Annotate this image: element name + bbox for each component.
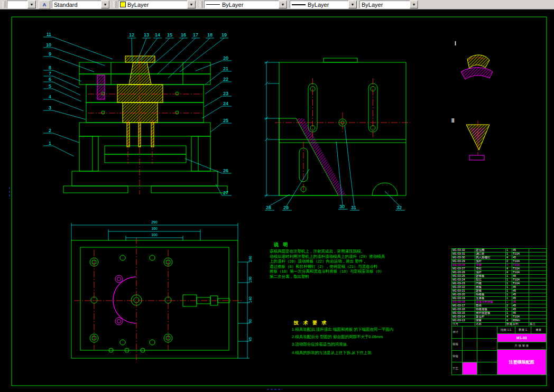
- chevron-down-icon[interactable]: ▼: [279, 1, 287, 8]
- toolbar-grip[interactable]: [3, 1, 5, 8]
- part-note: [529, 260, 547, 263]
- ejector-pin-right: [151, 123, 154, 147]
- parts-list: M1-03-32 定位圈 1 45 M1-03-31 浇口套 1 T10A M1…: [451, 248, 547, 323]
- callout-19: 19: [221, 32, 227, 38]
- weight-label: 重量: [535, 329, 541, 332]
- chevron-down-icon[interactable]: ▼: [101, 1, 109, 8]
- dim-190: 190: [248, 276, 252, 283]
- callout-16: 16: [181, 32, 186, 38]
- part-code: M1-03-22: [452, 286, 475, 289]
- callout-28: 28: [266, 205, 271, 210]
- sheet-info: 共 张 第 张: [497, 342, 546, 349]
- part-code: M1-03-21: [452, 290, 475, 293]
- lineweight-sample-icon: [292, 4, 306, 5]
- plan-inner-plate: [80, 247, 229, 350]
- text-style-icon: A: [43, 2, 47, 7]
- dim-100: 100: [151, 233, 158, 237]
- part-code: M1-03-32: [452, 249, 475, 252]
- part-note: [529, 312, 547, 315]
- notes-block: 说 明 该模具固定在注塑机上，注射完成后，采用液压脱模。 动模后退时利用注塑机上…: [270, 242, 385, 279]
- part-qty: 1: [506, 312, 512, 315]
- callout-3: 3: [49, 105, 51, 110]
- callout-13: 13: [144, 32, 149, 38]
- table-row: M1-03-25 定模板 1 45: [451, 275, 547, 278]
- callout-leaders-side: [265, 126, 405, 210]
- table-row: M1-03-26 顶杆 4 T10A: [451, 271, 547, 275]
- role-label: 校核: [452, 339, 463, 350]
- title-block: 设计 校核 审核 工艺 比例 1:1 数量: [451, 326, 547, 375]
- part-qty: 1: [506, 249, 512, 252]
- part-code: M1-03-31: [452, 253, 475, 256]
- text-style-manager-button[interactable]: A: [39, 1, 50, 9]
- callout-7: 7: [49, 71, 51, 76]
- table-row: M1-03-19 支承板 1 45: [451, 297, 547, 301]
- part-note: [529, 319, 547, 322]
- part-note: [529, 293, 547, 296]
- dim-90: 90: [248, 319, 252, 323]
- part-note: [529, 304, 547, 307]
- color-combo[interactable]: ByLayer ▼: [118, 1, 196, 8]
- parts-table: M1-03-32 定位圈 1 45 M1-03-31 浇口套 1 T10A M1…: [451, 248, 547, 375]
- part-name: 凹模: [475, 282, 506, 285]
- toolbar-grip[interactable]: [200, 1, 202, 8]
- part-name: 动模座板: [475, 308, 506, 311]
- chevron-down-icon[interactable]: ▼: [187, 1, 196, 8]
- part-qty: 2: [506, 304, 512, 307]
- part-code: M1-03-29: [452, 260, 475, 263]
- plotstyle-combo[interactable]: ByLayer ▼: [359, 1, 419, 8]
- part-material: T10A: [512, 267, 529, 270]
- layer-combo[interactable]: ▼: [7, 1, 36, 8]
- part-code: M1-03-27: [452, 267, 475, 270]
- part-material: T10A: [512, 253, 529, 256]
- table-row: M1-03-27 导柱 4 T10A: [451, 267, 547, 271]
- table-row: M1-03-16 动模座板 1 45: [451, 308, 547, 312]
- part-qty: 1: [506, 301, 512, 304]
- callout-30: 30: [339, 204, 345, 209]
- lineweight-combo[interactable]: ByLayer ▼: [290, 1, 357, 8]
- notes-title: 说 明: [273, 242, 290, 247]
- chevron-down-icon[interactable]: ▼: [348, 1, 357, 8]
- detail-1-base: [461, 68, 493, 79]
- chevron-down-icon[interactable]: ▼: [27, 1, 36, 8]
- dim-290: 290: [151, 220, 158, 224]
- part-qty: 1: [506, 278, 512, 282]
- callout-32: 32: [396, 205, 402, 210]
- text-style-combo[interactable]: Standard ▼: [52, 1, 110, 8]
- viewport-grips[interactable]: [10, 187, 282, 389]
- part-material: T10A: [512, 282, 529, 285]
- part-qty: 1: [506, 286, 512, 289]
- part-material: 45: [512, 275, 529, 278]
- toolbar: ▼ A Standard ▼ ByLayer ▼ ByLayer ▼ ByLay…: [0, 0, 554, 10]
- callout-10: 10: [46, 42, 51, 48]
- magenta-holes: [115, 275, 123, 325]
- spacer-block-left: [79, 136, 98, 171]
- part-name: 推杆固定板: [475, 312, 506, 315]
- linetype-combo[interactable]: ByLayer ▼: [204, 1, 288, 8]
- parts-header-row: 代号 名称 数量 材料 备注: [451, 323, 547, 326]
- drawing-name-cell: 注塑模装配图: [497, 350, 546, 375]
- part-name: 内六角螺钉: [475, 256, 506, 259]
- part-name: 导套: [475, 264, 506, 267]
- part-note: [529, 271, 547, 274]
- text-style-value: Standard: [54, 2, 100, 8]
- lineweight-value: ByLayer: [308, 2, 347, 8]
- signature-cell: [463, 326, 477, 338]
- part-note: [529, 282, 547, 285]
- tech-item: 3.活动部分应涂着适当的润滑油.: [292, 342, 348, 347]
- callout-17: 17: [193, 32, 198, 38]
- detail-view-2: II: [451, 118, 490, 160]
- part-qty: 1: [506, 308, 512, 311]
- part-note: [529, 253, 547, 256]
- toolbar-grip[interactable]: [114, 1, 116, 8]
- part-qty: 4: [506, 256, 512, 259]
- part-name: 导柱: [475, 267, 506, 270]
- part-code: M1-03-16: [452, 308, 475, 311]
- callout-4: 4: [49, 94, 51, 99]
- support-plate: [79, 123, 210, 136]
- part-qty: 1: [506, 293, 512, 296]
- part-code: M1-03-13: [452, 319, 475, 322]
- callout-14: 14: [155, 32, 160, 38]
- callout-20: 20: [223, 55, 228, 61]
- chevron-down-icon[interactable]: ▼: [410, 1, 418, 8]
- date-cell: [477, 339, 497, 350]
